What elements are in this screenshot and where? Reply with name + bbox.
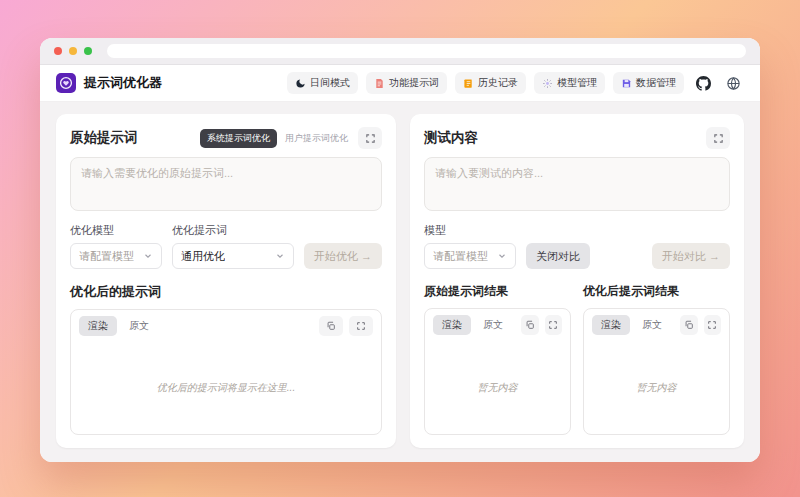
expand-icon: [365, 133, 376, 144]
expand-output-button[interactable]: [349, 316, 373, 336]
test-panel-title: 测试内容: [424, 129, 478, 147]
expand-icon: [707, 320, 717, 330]
chevron-down-icon: [143, 251, 153, 261]
main-content: 原始提示词 系统提示词优化 用户提示词优化 优化模型 请配置模型: [40, 102, 760, 462]
app-header: 提示词优化器 日间模式 功能提示词 历史记录 模型管理: [40, 65, 760, 102]
optimized-prompt-section-title: 优化后的提示词: [70, 283, 382, 301]
optimized-result-card: 渲染 原文 暂无内容: [583, 308, 730, 435]
optimize-model-label: 优化模型: [70, 223, 162, 238]
github-link-button[interactable]: [692, 72, 714, 94]
toggle-compare-button[interactable]: 关闭对比: [526, 243, 590, 269]
prompt-panel-header: 原始提示词 系统提示词优化 用户提示词优化: [70, 127, 382, 149]
render-view-tab[interactable]: 渲染: [592, 315, 630, 335]
nav-label: 功能提示词: [389, 76, 439, 90]
optimized-output-toolbar: 渲染 原文: [71, 310, 381, 342]
page-title: 提示词优化器: [84, 74, 162, 92]
nav-label: 日间模式: [310, 76, 350, 90]
language-switch-button[interactable]: [722, 72, 744, 94]
chevron-down-icon: [275, 251, 285, 261]
nav-label: 数据管理: [636, 76, 676, 90]
expand-icon: [548, 320, 558, 330]
close-window-button[interactable]: [54, 47, 62, 55]
optimized-result-empty-text: 暂无内容: [637, 381, 677, 395]
expand-icon: [713, 133, 724, 144]
original-result-body: 暂无内容: [425, 341, 570, 434]
copy-result-button[interactable]: [680, 315, 698, 335]
source-view-tab[interactable]: 原文: [477, 315, 509, 335]
start-optimize-button[interactable]: 开始优化 →: [304, 243, 382, 269]
function-prompts-button[interactable]: 功能提示词: [366, 72, 447, 94]
nav-label: 历史记录: [478, 76, 518, 90]
optimized-result-column: 优化后提示词结果 渲染 原文: [583, 283, 730, 435]
optimize-model-select[interactable]: 请配置模型: [70, 243, 162, 269]
expand-result-button[interactable]: [704, 315, 722, 335]
model-icon: [542, 78, 553, 89]
render-view-tab[interactable]: 渲染: [79, 316, 117, 336]
copy-icon: [684, 320, 694, 330]
optimize-template-field: 优化提示词 通用优化: [172, 223, 294, 269]
data-manager-button[interactable]: 数据管理: [613, 72, 684, 94]
source-view-tab[interactable]: 原文: [636, 315, 668, 335]
optimized-output-body: 优化后的提示词将显示在这里...: [71, 342, 381, 434]
model-manager-button[interactable]: 模型管理: [534, 72, 605, 94]
history-button[interactable]: 历史记录: [455, 72, 526, 94]
optimize-controls: 优化模型 请配置模型 优化提示词 通用优化 开始优化 →: [70, 223, 382, 269]
expand-result-button[interactable]: [545, 315, 563, 335]
optimize-model-field: 优化模型 请配置模型: [70, 223, 162, 269]
original-result-title: 原始提示词结果: [424, 283, 571, 300]
expand-test-button[interactable]: [706, 127, 730, 149]
prompt-panel-title: 原始提示词: [70, 129, 138, 147]
optimize-mode-toggle: 系统提示词优化 用户提示词优化: [200, 129, 350, 148]
select-value: 请配置模型: [79, 249, 134, 264]
render-view-tab[interactable]: 渲染: [433, 315, 471, 335]
zoom-window-button[interactable]: [84, 47, 92, 55]
copy-icon: [326, 321, 336, 331]
prompt-panel: 原始提示词 系统提示词优化 用户提示词优化 优化模型 请配置模型: [56, 114, 396, 448]
original-prompt-input[interactable]: [70, 157, 382, 211]
test-model-field: 模型 请配置模型: [424, 223, 516, 269]
test-panel-header: 测试内容: [424, 127, 730, 149]
copy-icon: [525, 320, 535, 330]
test-panel: 测试内容 模型 请配置模型 关闭对比: [410, 114, 744, 448]
original-result-toolbar: 渲染 原文: [425, 309, 570, 341]
address-bar[interactable]: [107, 44, 746, 58]
moon-icon: [295, 78, 306, 89]
copy-output-button[interactable]: [319, 316, 343, 336]
history-icon: [463, 78, 474, 89]
optimized-result-title: 优化后提示词结果: [583, 283, 730, 300]
original-result-empty-text: 暂无内容: [478, 381, 518, 395]
globe-icon: [726, 76, 741, 91]
compare-results: 原始提示词结果 渲染 原文: [424, 283, 730, 435]
source-view-tab[interactable]: 原文: [123, 316, 155, 336]
optimized-result-body: 暂无内容: [584, 341, 729, 434]
expand-icon: [356, 321, 366, 331]
original-result-column: 原始提示词结果 渲染 原文: [424, 283, 571, 435]
test-model-select[interactable]: 请配置模型: [424, 243, 516, 269]
optimize-template-label: 优化提示词: [172, 223, 294, 238]
theme-toggle-button[interactable]: 日间模式: [287, 72, 358, 94]
test-content-input[interactable]: [424, 157, 730, 211]
expand-prompt-button[interactable]: [358, 127, 382, 149]
template-icon: [374, 78, 385, 89]
system-prompt-mode-button[interactable]: 系统提示词优化: [200, 129, 277, 148]
optimized-result-toolbar: 渲染 原文: [584, 309, 729, 341]
header-nav: 日间模式 功能提示词 历史记录 模型管理 数据管理: [287, 72, 744, 94]
optimized-output-empty-text: 优化后的提示词将显示在这里...: [157, 381, 295, 395]
test-model-label: 模型: [424, 223, 516, 238]
select-value: 请配置模型: [433, 249, 488, 264]
desktop-background: 提示词优化器 日间模式 功能提示词 历史记录 模型管理: [0, 0, 800, 497]
start-compare-button[interactable]: 开始对比 →: [652, 243, 730, 269]
user-prompt-mode-button[interactable]: 用户提示词优化: [283, 129, 350, 148]
browser-window: 提示词优化器 日间模式 功能提示词 历史记录 模型管理: [40, 38, 760, 462]
test-controls: 模型 请配置模型 关闭对比 开始对比 →: [424, 223, 730, 269]
original-result-card: 渲染 原文 暂无内容: [424, 308, 571, 435]
app-logo-icon: [56, 73, 76, 93]
optimize-template-select[interactable]: 通用优化: [172, 243, 294, 269]
copy-result-button[interactable]: [521, 315, 539, 335]
github-icon: [696, 76, 711, 91]
browser-titlebar: [40, 38, 760, 65]
chevron-down-icon: [497, 251, 507, 261]
optimized-prompt-output: 渲染 原文 优化后的提示词将显示在这里...: [70, 309, 382, 435]
minimize-window-button[interactable]: [69, 47, 77, 55]
nav-label: 模型管理: [557, 76, 597, 90]
